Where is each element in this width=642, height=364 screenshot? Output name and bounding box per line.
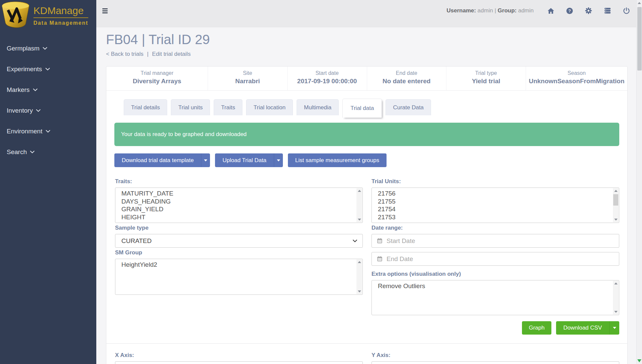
scroll-down-icon[interactable] (358, 219, 361, 221)
scroll-up-icon[interactable] (358, 261, 361, 263)
start-date-input[interactable]: Start Date (371, 234, 619, 248)
top-icon-bar: ? (547, 7, 630, 15)
y-axis-column: Y Axis: (371, 352, 619, 364)
graph-button[interactable]: Graph (522, 321, 551, 335)
scroll-up-icon[interactable] (638, 2, 641, 4)
summary-field-trial-manager: Trial manager Diversity Arrays (106, 67, 208, 90)
scroll-up-icon[interactable] (358, 190, 361, 192)
page-title: FB04 | Trial ID 29 (106, 32, 628, 47)
tab-traits[interactable]: Traits (214, 99, 242, 115)
summary-field-trial-type: Trial type Yield trial (446, 67, 526, 90)
summary-label: Trial manager (106, 70, 208, 76)
sidebar-item-environment[interactable]: Environment (0, 121, 96, 142)
form-right-column: Trial Units: 21756 21755 21754 21753 217… (371, 178, 619, 335)
trial-unit-option[interactable]: 21756 (378, 190, 613, 198)
traits-option[interactable]: HEIGHT (121, 213, 356, 221)
settings-gear-icon[interactable] (584, 7, 593, 15)
brand-logo[interactable]: KDManage Data Management (0, 0, 96, 31)
upload-trial-data-caret[interactable] (274, 153, 283, 167)
tab-trial-location[interactable]: Trial location (246, 99, 293, 115)
sample-type-select[interactable]: CURATED (115, 234, 363, 248)
action-buttons: Graph Download CSV (371, 321, 619, 335)
sm-group-scrollbar[interactable] (356, 259, 362, 294)
scroll-down-icon[interactable] (614, 311, 618, 313)
sidebar-nav: Germplasm Experiments Markers Inventory … (0, 31, 96, 162)
scrollbar-thumb[interactable] (637, 7, 642, 71)
traits-option[interactable]: GRAIN_YIELD (121, 205, 356, 213)
edit-trial-details-link[interactable]: Edit trial details (152, 51, 191, 57)
tab-trial-data[interactable]: Trial data (342, 99, 382, 118)
form-left-column: Traits: MATURITY_DATE DAYS_HEADING GRAIN… (115, 178, 363, 335)
brand-tagline: Data Management (33, 20, 88, 26)
scroll-down-icon[interactable] (614, 219, 618, 221)
download-csv-button[interactable]: Download CSV (556, 321, 619, 335)
group-value: admin (518, 7, 534, 14)
sidebar-item-search[interactable]: Search (0, 142, 96, 162)
y-axis-select[interactable] (371, 361, 619, 364)
sidebar-item-markers[interactable]: Markers (0, 80, 96, 100)
trial-unit-option[interactable]: 21754 (378, 205, 613, 213)
traits-option[interactable]: MATURITY_DATE (121, 190, 356, 198)
calendar-icon (377, 256, 383, 262)
summary-value: Narrabri (208, 78, 287, 85)
sidebar-item-label: Germplasm (7, 45, 39, 52)
sidebar: KDManage Data Management Germplasm Exper… (0, 0, 96, 364)
power-logout-icon[interactable] (623, 7, 630, 15)
menu-toggle-icon[interactable] (102, 8, 108, 15)
date-range-label: Date range: (371, 225, 619, 231)
chevron-down-icon (30, 151, 34, 153)
extra-option[interactable]: Remove Outliers (378, 282, 613, 290)
sidebar-item-label: Inventory (7, 107, 33, 114)
sidebar-item-germplasm[interactable]: Germplasm (0, 38, 96, 59)
page-scrollbar[interactable] (636, 0, 642, 364)
scrollbar-thumb[interactable] (613, 194, 618, 206)
summary-label: End date (367, 70, 446, 76)
sm-group-option[interactable]: HeightYield2 (121, 261, 356, 269)
summary-label: Trial type (446, 70, 526, 76)
back-to-trials-link[interactable]: < Back to trials (106, 51, 143, 57)
download-template-button[interactable]: Download trial data template (114, 153, 210, 167)
end-date-input[interactable]: End Date (371, 252, 619, 266)
extra-options-listbox[interactable]: Remove Outliers (371, 280, 619, 315)
trial-units-listbox[interactable]: 21756 21755 21754 21753 21752 (371, 188, 619, 223)
upload-trial-data-button[interactable]: Upload Trial Data (215, 153, 283, 167)
svg-text:?: ? (568, 8, 571, 13)
sm-group-listbox[interactable]: HeightYield2 (115, 259, 363, 295)
trial-unit-option[interactable]: 21755 (378, 198, 613, 206)
tab-trial-units[interactable]: Trial units (171, 99, 210, 115)
download-csv-caret[interactable] (609, 321, 619, 335)
trial-unit-option[interactable]: 21753 (378, 213, 613, 221)
scroll-down-icon[interactable] (637, 359, 641, 362)
extra-options-scrollbar[interactable] (613, 281, 619, 315)
sm-group-label: SM Group (115, 249, 363, 256)
tab-trial-details[interactable]: Trial details (124, 99, 167, 115)
user-info: Username: admin | Group: admin (446, 7, 534, 14)
tab-multimedia[interactable]: Multimedia (297, 99, 339, 115)
traits-listbox[interactable]: MATURITY_DATE DAYS_HEADING GRAIN_YIELD H… (115, 188, 363, 223)
caret-down-icon (277, 159, 280, 161)
chevron-down-icon (46, 130, 50, 133)
download-csv-label: Download CSV (556, 321, 609, 335)
sidebar-item-inventory[interactable]: Inventory (0, 100, 96, 121)
username-value: admin (477, 7, 493, 14)
list-sample-groups-button[interactable]: List sample measurement groups (288, 153, 387, 167)
traits-option[interactable]: DAYS_HEADING (121, 198, 356, 206)
scroll-up-icon[interactable] (614, 190, 618, 192)
sidebar-item-experiments[interactable]: Experiments (0, 59, 96, 80)
summary-value: No date entered (367, 78, 446, 85)
trial-unit-option[interactable]: 21752 (378, 221, 613, 222)
trial-units-scrollbar[interactable] (613, 188, 619, 222)
scroll-down-icon[interactable] (358, 290, 361, 292)
scroll-up-icon[interactable] (614, 282, 618, 284)
brand-name: KDManage (33, 5, 88, 18)
help-icon[interactable]: ? (566, 7, 573, 15)
home-icon[interactable] (547, 7, 555, 15)
toolbar: Download trial data template Upload Tria… (114, 153, 619, 167)
traits-scrollbar[interactable] (356, 188, 362, 222)
tab-curate-data[interactable]: Curate Data (386, 99, 431, 115)
download-template-caret[interactable] (201, 153, 210, 167)
upload-trial-data-label: Upload Trial Data (215, 153, 274, 167)
y-axis-label: Y Axis: (371, 352, 619, 359)
database-servers-icon[interactable] (604, 7, 612, 15)
x-axis-select[interactable] (115, 361, 363, 364)
